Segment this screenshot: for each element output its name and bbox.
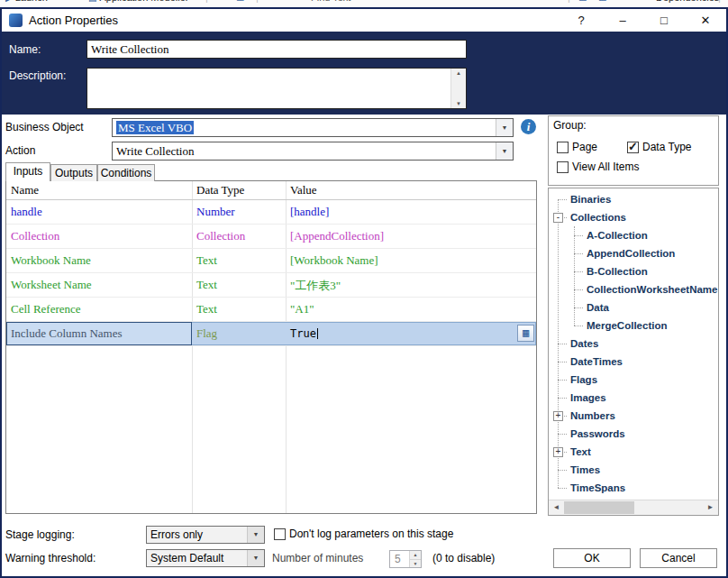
checkbox-box[interactable] [557,161,569,173]
tree-item-label: Collections [570,212,626,223]
spin-up-icon[interactable]: ▲ [409,551,421,559]
close-button[interactable]: ✕ [685,9,726,32]
checkbox-box[interactable] [274,528,286,540]
scrollbar-thumb[interactable] [564,501,634,514]
row-data-type: Number [192,200,286,224]
tab-conditions[interactable]: Conditions [97,164,155,181]
name-label: Name: [9,43,41,56]
checkbox-label: Page [572,141,597,153]
checkbox-label: View All Items [572,161,639,173]
percent-icon[interactable]: ▨ [598,0,606,2]
description-scrollbar[interactable]: ▲ ▼ [450,69,466,108]
collapse-icon[interactable]: - [553,213,563,223]
tree-item-appendcollection[interactable]: AppendCollection [549,244,718,262]
business-object-value: MS Excel VBO [116,121,194,134]
business-object-select[interactable]: MS Excel VBO ▼ [112,118,514,137]
table-row[interactable]: Include Column NamesFlagTrue▦ [6,322,536,346]
grid-icon[interactable]: ▦ [236,0,244,2]
tree-item-data[interactable]: Data [549,298,718,317]
stage-logging-select[interactable]: Errors only ▼ [146,526,265,544]
chevron-down-icon[interactable]: ▼ [496,142,513,160]
row-data-type: Text [192,249,286,272]
table-row[interactable]: CollectionCollection[AppendCollection] [6,225,536,249]
tree-item-binaries[interactable]: Binaries [549,190,718,208]
table-row[interactable]: handleNumber[handle] [6,200,536,225]
disable-hint: (0 to disable) [432,552,495,564]
scroll-up-icon[interactable]: ▲ [451,70,466,76]
spin-down-icon[interactable]: ▼ [409,559,421,567]
tab-inputs[interactable]: Inputs [5,162,50,181]
expand-icon[interactable]: + [553,447,563,457]
toolbar-item-application-modeller[interactable]: ▤Application Modeller [88,0,189,3]
maximize-button[interactable]: □ [643,9,685,32]
stage-logging-label: Stage logging: [5,528,75,541]
tree-item-label: DateTimes [570,356,623,367]
help-button[interactable]: ? [560,9,602,32]
chevron-down-icon[interactable]: ▼ [496,119,513,136]
ok-button[interactable]: OK [553,548,631,568]
scroll-right-icon[interactable]: ► [703,500,718,515]
checkbox-box[interactable] [557,142,569,153]
description-input[interactable]: ▲ ▼ [86,68,467,109]
info-icon[interactable]: i [521,119,536,134]
minutes-stepper[interactable]: 5 ▲ ▼ [389,550,422,568]
toolbar-item-launch[interactable]: ▶Launch [5,0,48,3]
tree-item-dates[interactable]: Dates [549,335,718,353]
tree-item-passwords[interactable]: Passwords [549,425,718,443]
number-of-minutes-label: Number of minutes [272,552,363,564]
tree-item-text[interactable]: +Text [549,443,718,461]
launch-icon: ▶ [5,0,13,3]
checkbox-label: Don't log parameters on this stage [289,528,453,540]
checkbox-data-type[interactable]: Data Type [627,141,691,153]
table-row[interactable]: Worksheet NameText"工作表3" [6,273,536,298]
stage-logging-value: Errors only [150,528,203,541]
action-value: Write Collection [116,144,194,159]
tree-item-label: Flags [570,374,597,385]
tab-outputs[interactable]: Outputs [50,164,97,181]
expression-editor-button[interactable]: ▦ [517,325,534,342]
tree-item-numbers[interactable]: +Numbers [549,407,718,425]
name-input[interactable] [86,40,467,59]
toolbar-item-dependencies[interactable]: Dependencies [656,0,719,3]
checkbox-dont-log-parameters[interactable]: Don't log parameters on this stage [274,528,453,540]
minimize-button[interactable]: – [602,9,643,32]
inputs-table-header: Name Data Type Value [6,181,536,200]
checkbox-view-all-items[interactable]: View All Items [557,161,639,173]
toolbar-item-find-text[interactable]: Find Text [311,0,350,3]
tree-item-datetimes[interactable]: DateTimes [549,353,718,371]
tree-item-collections[interactable]: -Collections [549,208,718,226]
table-row[interactable]: Workbook NameText[Workbook Name] [6,249,536,273]
tree-item-b-collection[interactable]: B-Collection [549,262,718,280]
tree-horizontal-scrollbar[interactable]: ◄ ► [549,500,718,515]
tree-item-images[interactable]: Images [549,389,718,407]
warning-threshold-select[interactable]: System Default ▼ [146,549,265,567]
tree-item-a-collection[interactable]: A-Collection [549,226,718,244]
tree-item-mergecollection[interactable]: MergeCollection [549,317,718,335]
tree-item-flags[interactable]: Flags [549,371,718,389]
table-row[interactable]: Cell ReferenceText"A1" [6,298,536,322]
tree-item-label: Times [570,464,600,475]
list-icon[interactable]: ≣ [266,0,273,2]
column-header-name: Name [6,181,192,199]
chevron-down-icon[interactable]: ▼ [247,527,264,543]
tree-item-label: MergeCollection [587,320,667,331]
scroll-left-icon[interactable]: ◄ [549,500,564,515]
zoom-icon[interactable]: ▧ [578,0,587,2]
chevron-down-icon[interactable]: ▼ [247,550,264,566]
description-label: Description: [9,69,66,82]
toolbar-label: Launch [15,0,48,3]
tree-item-label: Images [570,392,606,403]
cancel-button[interactable]: Cancel [640,548,717,568]
dependencies-icon: ⊞ [642,0,649,2]
expand-icon[interactable]: + [553,411,563,421]
checkbox-box[interactable] [627,142,639,153]
scroll-down-icon[interactable]: ▼ [451,101,466,106]
checkbox-page[interactable]: Page [557,141,597,153]
toolbar-fragment: ▶Launch ▤Application Modeller | ∞ ▦ | ≣ … [0,0,728,7]
tree-item-timespans[interactable]: TimeSpans [549,479,718,497]
binoculars-icon[interactable]: ∞ [214,0,221,2]
warning-threshold-value: System Default [150,552,223,564]
action-select[interactable]: Write Collection ▼ [112,142,514,161]
tree-item-times[interactable]: Times [549,461,718,479]
tree-item-collectionworksheetname[interactable]: CollectionWorksheetName [549,280,718,298]
